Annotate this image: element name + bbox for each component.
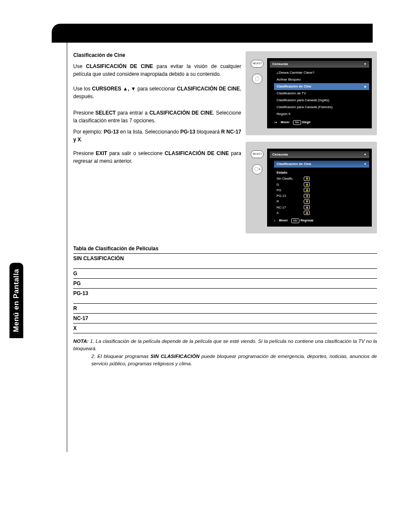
table-row: SIN CLASIFICACIÓN <box>73 254 377 269</box>
side-tab: Menú en Pantalla <box>9 263 23 338</box>
step3-pg13-2: PG-13 <box>180 129 195 135</box>
chevron-down-icon: ▼ <box>364 162 367 167</box>
page-header-bar <box>52 24 373 43</box>
step2-bold: CLASIFICACIÓN DE CINE <box>149 110 213 116</box>
osd2-footer-regresar: Regresar <box>300 219 313 222</box>
arrows-icon: ↕▸ <box>274 120 277 125</box>
osd1-item: ¿Desea Cambiar Clave? <box>274 69 369 76</box>
step2-mid: para entrar a <box>116 110 149 116</box>
rating-row: PG🔒 <box>274 187 369 193</box>
note-2a: 2. El bloquear programas <box>91 354 150 359</box>
rating-label: NC-17 <box>277 205 296 210</box>
section-title: Clasificación de Cine <box>73 52 125 58</box>
osd2-footer: ↕ Mover SELRegresar <box>274 218 369 223</box>
osd1-item-label: Activar Bloqueo <box>277 77 301 82</box>
rating-row: NC-17🔒 <box>274 205 369 210</box>
intro-bold: CLASIFICACIÓN DE CINE <box>86 63 153 69</box>
lock-icon: 🔒 <box>304 205 310 209</box>
osd1-title-text: Censuras <box>272 62 288 67</box>
rating-label: PG-13 <box>277 193 296 198</box>
osd1-item-selected: Clasificación de Cine ▶ <box>274 83 369 90</box>
step3-pg13-1: PG-13 <box>104 129 119 135</box>
osd1-footer-mover: Mover <box>281 120 290 125</box>
osd1-footer: ↕▸ Mover SELElegir <box>274 120 369 125</box>
table-row: PG-13 <box>73 289 377 304</box>
rating-label: X <box>277 211 296 215</box>
remote-select-button-icon: SELECT <box>251 150 264 158</box>
osd1-item: Clasificación de TV <box>274 90 369 97</box>
rating-label: R <box>277 199 296 204</box>
osd2-title: Censuras ▼ <box>270 151 369 158</box>
osd1-item-label: ¿Desea Cambiar Clave? <box>277 70 314 75</box>
rating-row: G🔒 <box>274 182 369 187</box>
remote-cursor-button-icon: ◯ <box>252 74 262 84</box>
step2-select: SELECT <box>95 110 115 116</box>
step3-pre: Por ejemplo: <box>73 129 104 135</box>
lock-icon: 🔒 <box>304 199 310 204</box>
step3-post: . <box>81 137 82 143</box>
chevron-down-icon: ▼ <box>364 62 367 67</box>
rating-label: PG <box>277 188 296 193</box>
osd2-subtitle-text: Clasificación de Cine <box>277 162 311 167</box>
step1-mid: para seleccionar <box>137 86 177 92</box>
osd1-footer-elegir: Elegir <box>302 121 310 124</box>
table-row: PG <box>73 279 377 289</box>
rating-label: G <box>277 182 296 187</box>
lock-icon: 🔒 <box>304 188 310 192</box>
arrows-icon: ▲, ▼ <box>121 86 137 92</box>
osd1-item: Activar Bloqueo <box>274 76 369 83</box>
notes-label: NOTA: <box>73 339 89 344</box>
lock-icon: 🔒 <box>304 182 310 187</box>
lock-icon: 🔒 <box>304 177 310 181</box>
rating-row: Sin Clasific.🔒 <box>274 176 369 181</box>
step4-mid: para salir o seleccione <box>107 150 165 156</box>
notes: NOTA: 1. La clasificación de la película… <box>73 338 377 367</box>
rating-row: PG-13🔒 <box>274 193 369 199</box>
sel-icon: SEL <box>293 120 301 125</box>
osd1-item-label: Clasificación para Canadá (Inglés) <box>277 98 329 103</box>
chevron-right-icon: ▶ <box>364 85 367 89</box>
note-2b: SIN CLASIFICACIÓN <box>150 354 199 359</box>
osd2-footer-mover: Mover <box>279 218 288 223</box>
step2-pre: Presione <box>73 110 95 116</box>
osd1-item-label: Clasificación de Cine <box>277 84 311 89</box>
arrows-icon: ↕ <box>274 218 276 223</box>
step4-exit: EXIT <box>96 150 107 156</box>
table-title: Tabla de Clasificación de Películas <box>73 245 377 254</box>
osd-panel-1: SELECT ◯ Censuras ▼ ¿Desea Cambiar Clave… <box>246 51 377 135</box>
osd-panel-2: SELECT ◯▸ Censuras ▼ Clasificación de Ci… <box>246 142 377 233</box>
step4-bold: CLASIFICACIÓN DE CINE <box>165 150 229 156</box>
step1-bold: CLASIFICACIÓN DE CINE <box>177 86 240 92</box>
table-row: G <box>73 269 377 279</box>
rating-row: R🔒 <box>274 199 369 204</box>
note-1: 1. La clasificación de la película depen… <box>73 339 377 351</box>
osd1-title: Censuras ▼ <box>270 61 369 68</box>
step3-mid1: en la lista. Seleccionando <box>118 129 180 135</box>
osd2-title-text: Censuras <box>272 152 288 157</box>
table-row: R <box>73 304 377 314</box>
osd1-item-label: Clasificación para Canadá (Francés) <box>277 105 333 110</box>
table-row: X <box>73 324 377 333</box>
intro-pre: Use <box>73 63 86 69</box>
step1-cursors: CURSORES <box>92 86 121 92</box>
sel-icon: SEL <box>291 218 299 223</box>
rating-label: Sin Clasific. <box>277 176 296 181</box>
lock-icon: 🔒 <box>304 194 310 198</box>
osd1-item-label: Clasificación de TV <box>277 91 306 96</box>
step3-mid2: bloqueará <box>195 129 221 135</box>
osd1-item-label: Región 5 <box>277 112 290 117</box>
osd2-subtitle: Clasificación de Cine ▼ <box>274 161 369 168</box>
step4-pre: Presione <box>73 150 96 156</box>
lock-icon: 🔒 <box>304 211 310 215</box>
remote-select-button-icon: SELECT <box>251 60 264 68</box>
osd1-item: Clasificación para Canadá (Inglés) <box>274 97 369 104</box>
table-row: NC-17 <box>73 314 377 324</box>
chevron-down-icon: ▼ <box>364 152 367 157</box>
rating-row: X🔒 <box>274 210 369 216</box>
remote-cursor-button-icon: ◯▸ <box>252 164 262 174</box>
osd1-item: Región 5 <box>274 111 369 118</box>
osd1-item: Clasificación para Canadá (Francés) <box>274 104 369 111</box>
step1-pre: Use los <box>73 86 92 92</box>
osd2-estado-label: Estado <box>277 170 287 175</box>
